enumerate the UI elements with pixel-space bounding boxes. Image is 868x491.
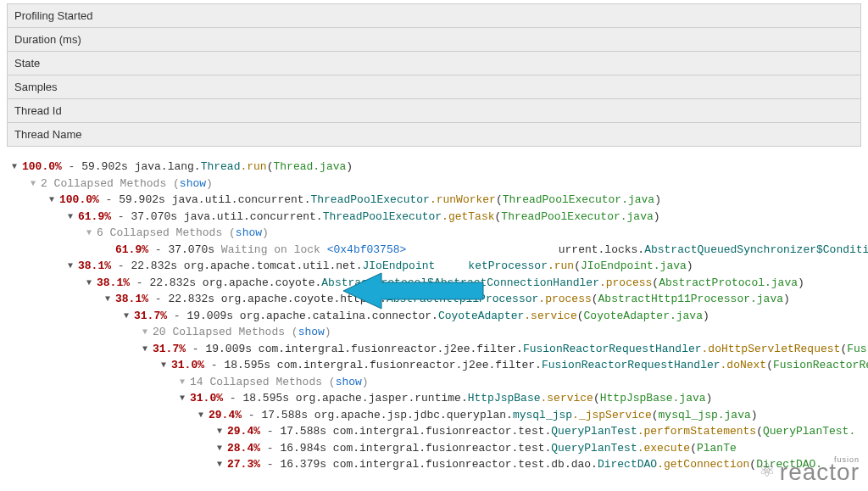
class: ThreadPoolExecutor bbox=[310, 193, 429, 206]
row-profiling-started: Profiling Started bbox=[8, 4, 860, 28]
pct: 38.1% bbox=[97, 276, 130, 289]
method: ._jspService bbox=[572, 409, 652, 421]
tree-row[interactable]: ▼14 Collapsed Methods (show) bbox=[12, 374, 861, 391]
toggle-icon[interactable]: ▼ bbox=[68, 259, 76, 272]
show-link[interactable]: show bbox=[336, 376, 362, 388]
method: .run bbox=[548, 259, 574, 272]
time: 19.009s bbox=[205, 343, 258, 355]
toggle-icon[interactable]: ▼ bbox=[86, 226, 95, 239]
toggle-icon[interactable]: ▼ bbox=[86, 276, 95, 289]
show-link[interactable]: show bbox=[298, 326, 325, 338]
class: Thread bbox=[201, 160, 241, 173]
pct: 31.0% bbox=[171, 359, 204, 371]
time: 18.595s bbox=[224, 359, 276, 371]
tree-row[interactable]: ▼29.4% - 17.588s org.apache.jsp.jdbc.que… bbox=[12, 407, 861, 424]
pct: 29.4% bbox=[227, 425, 260, 438]
class: CoyoteAdapter bbox=[438, 310, 524, 322]
lock-address: <0x4bf03758> bbox=[327, 243, 407, 256]
toggle-icon[interactable]: ▼ bbox=[142, 326, 151, 338]
row-thread-id: Thread Id bbox=[8, 99, 860, 123]
package: org.apache.coyote.http11. bbox=[221, 293, 387, 305]
tree-row[interactable]: 61.9% - 37.070s Waiting on lock <0x4bf03… bbox=[12, 242, 861, 259]
toggle-icon[interactable]: ▼ bbox=[124, 310, 132, 322]
toggle-icon[interactable]: ▼ bbox=[217, 425, 225, 438]
tree-row[interactable]: ▼27.3% - 16.379s com.intergral.fusionrea… bbox=[12, 456, 861, 473]
class: FusionReactorRequestHandler bbox=[523, 343, 702, 355]
time: 22.832s bbox=[168, 293, 220, 305]
source-file: HttpJspBase.java bbox=[600, 392, 706, 405]
row-state: State bbox=[8, 52, 860, 75]
toggle-icon[interactable]: ▼ bbox=[31, 177, 39, 190]
method: .getTask bbox=[442, 210, 494, 223]
tree-row[interactable]: ▼20 Collapsed Methods (show) bbox=[12, 324, 861, 341]
tree-row[interactable]: ▼29.4% - 17.588s com.intergral.fusionrea… bbox=[12, 423, 861, 440]
collapsed-label: 14 Collapsed Methods bbox=[190, 376, 329, 388]
method: .performStatements bbox=[637, 425, 756, 438]
method: .doHttpServletRequest bbox=[702, 343, 841, 355]
toggle-icon[interactable]: ▼ bbox=[161, 359, 170, 371]
tree-row[interactable]: ▼31.7% - 19.009s com.intergral.fusionrea… bbox=[12, 341, 861, 358]
show-link[interactable]: show bbox=[180, 177, 206, 190]
method: .execute bbox=[637, 442, 690, 455]
time: 59.902s bbox=[119, 193, 171, 206]
pct: 31.7% bbox=[153, 343, 186, 355]
pct: 28.4% bbox=[227, 442, 260, 455]
toggle-icon[interactable]: ▼ bbox=[180, 392, 188, 405]
tree-row[interactable]: ▼31.7% - 19.009s org.apache.catalina.con… bbox=[12, 308, 861, 325]
pct: 61.9% bbox=[78, 210, 111, 223]
source-file: Fus bbox=[847, 343, 866, 355]
time: 22.832s bbox=[149, 276, 202, 289]
tree-row[interactable]: ▼2 Collapsed Methods (show) bbox=[12, 176, 861, 192]
class: AbstractHttp11Processor bbox=[387, 293, 538, 305]
source-file: CoyoteAdapter.java bbox=[584, 310, 703, 322]
toggle-icon[interactable]: ▼ bbox=[68, 210, 76, 223]
class: AbstractProtocol$AbstractConnectionHandl… bbox=[321, 276, 599, 289]
source-file: QueryPlanTest. bbox=[763, 425, 855, 438]
class: DirectDAO bbox=[598, 458, 657, 471]
toggle-icon[interactable]: ▼ bbox=[12, 160, 20, 173]
row-duration: Duration (ms) bbox=[8, 28, 860, 52]
tree-row[interactable]: ▼38.1% - 22.832s org.apache.coyote.http1… bbox=[12, 291, 861, 308]
pct: 100.0% bbox=[59, 193, 99, 206]
source-file: ThreadPoolExecutor.java bbox=[501, 210, 653, 223]
tree-row[interactable]: ▼100.0% - 59.902s java.lang.Thread.run(T… bbox=[12, 159, 861, 176]
source-file: FusionReactorRe bbox=[773, 359, 868, 371]
source-file: JIoEndpoint.java bbox=[581, 259, 687, 272]
pct: 27.3% bbox=[227, 458, 260, 471]
method: .service bbox=[524, 310, 576, 322]
toggle-icon[interactable]: ▼ bbox=[217, 458, 225, 471]
pct: 61.9% bbox=[115, 243, 148, 256]
method: .getConnection bbox=[657, 458, 749, 471]
package: java.util.concurrent. bbox=[172, 193, 311, 206]
tree-row[interactable]: ▼31.0% - 18.595s com.intergral.fusionrea… bbox=[12, 357, 861, 374]
toggle-icon[interactable]: ▼ bbox=[198, 409, 207, 421]
tree-row[interactable]: ▼38.1% - 22.832s org.apache.tomcat.util.… bbox=[12, 258, 861, 275]
tree-row[interactable]: ▼6 Collapsed Methods (show) bbox=[12, 225, 861, 242]
tree-row[interactable]: ▼31.0% - 18.595s org.apache.jasper.runti… bbox=[12, 390, 861, 407]
toggle-icon[interactable]: ▼ bbox=[180, 376, 188, 388]
package: org.apache.jsp.jdbc.queryplan. bbox=[314, 409, 513, 421]
source-file: ThreadPoolExecutor.java bbox=[503, 193, 654, 206]
toggle-icon[interactable]: ▼ bbox=[217, 442, 225, 455]
tree-row[interactable]: ▼38.1% - 22.832s org.apache.coyote.Abstr… bbox=[12, 275, 861, 292]
tree-row[interactable]: ▼61.9% - 37.070s java.util.concurrent.Th… bbox=[12, 209, 861, 226]
package: com.intergral.fusionreactor.j2ee.filter. bbox=[277, 359, 542, 371]
time: 16.984s bbox=[280, 442, 332, 455]
time: 22.832s bbox=[131, 259, 183, 272]
toggle-icon[interactable]: ▼ bbox=[49, 193, 58, 206]
time: 17.588s bbox=[261, 409, 314, 421]
time: 16.379s bbox=[280, 458, 332, 471]
toggle-icon[interactable]: ▼ bbox=[105, 293, 114, 305]
pct: 38.1% bbox=[78, 259, 111, 272]
waiting-label: Waiting on lock bbox=[221, 243, 327, 256]
source-file: AbstractProtocol.java bbox=[659, 276, 798, 289]
collapsed-label: 6 Collapsed Methods bbox=[97, 226, 229, 239]
class: HttpJspBase bbox=[468, 392, 541, 405]
time: 59.902s bbox=[81, 160, 134, 173]
package: org.apache.coyote. bbox=[203, 276, 321, 289]
tree-row[interactable]: ▼28.4% - 16.984s com.intergral.fusionrea… bbox=[12, 440, 861, 457]
tree-row[interactable]: ▼100.0% - 59.902s java.util.concurrent.T… bbox=[12, 192, 861, 209]
pct: 38.1% bbox=[115, 293, 148, 305]
show-link[interactable]: show bbox=[236, 226, 262, 239]
toggle-icon[interactable]: ▼ bbox=[142, 343, 151, 355]
